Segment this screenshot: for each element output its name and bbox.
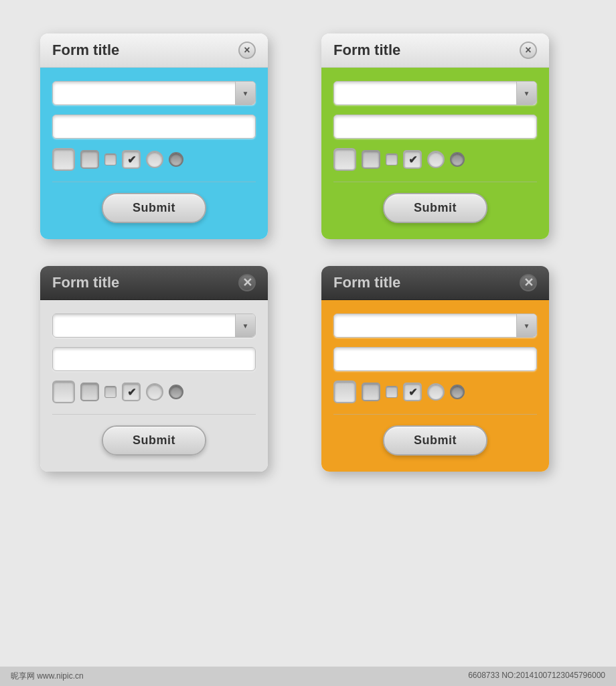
dropdown-arrow-orange[interactable]: ▼ (516, 314, 536, 337)
radio-filled-blue[interactable] (169, 152, 183, 167)
submit-button-gray[interactable]: Submit (102, 425, 206, 456)
form-header-gray: Form title ✕ (40, 266, 268, 300)
select-input-blue[interactable] (53, 84, 235, 102)
form-widget-orange: Form title ✕ ▼ ✔ (321, 266, 549, 472)
select-field-green[interactable]: ▼ (333, 81, 537, 105)
close-button-blue[interactable]: × (238, 42, 256, 59)
form-widget-blue: Form title × ▼ ✔ (40, 33, 268, 239)
controls-row-gray: ✔ (52, 381, 256, 403)
submit-button-blue[interactable]: Submit (102, 193, 206, 223)
select-input-gray[interactable] (53, 316, 235, 335)
text-field-orange[interactable] (333, 347, 537, 371)
dropdown-group-orange: ▼ (333, 314, 537, 338)
checkbox-large-gray[interactable] (52, 381, 75, 403)
text-group-blue (52, 115, 256, 139)
dropdown-group-gray: ▼ (52, 314, 256, 338)
watermark-site: 昵享网 www.nipic.cn (11, 671, 84, 682)
select-field-orange[interactable]: ▼ (333, 314, 537, 338)
dropdown-arrow-blue[interactable]: ▼ (235, 82, 255, 105)
close-button-orange[interactable]: ✕ (520, 274, 537, 291)
checkbox-large-green[interactable] (333, 148, 356, 171)
divider-gray (52, 414, 256, 415)
form-body-gray: ▼ ✔ Submit (40, 300, 268, 472)
form-title-green: Form title (333, 42, 400, 59)
divider-green (333, 182, 537, 182)
watermark-bar: 昵享网 www.nipic.cn 6608733 NO:201410071230… (0, 667, 616, 686)
watermark-code: 6608733 NO:20141007123045796000 (468, 671, 605, 682)
form-title-gray: Form title (52, 274, 119, 291)
text-field-blue[interactable] (52, 115, 256, 139)
submit-button-green[interactable]: Submit (383, 193, 487, 223)
checkbox-small-gray[interactable] (104, 386, 117, 398)
dropdown-arrow-gray[interactable]: ▼ (235, 314, 255, 337)
dropdown-arrow-green[interactable]: ▼ (516, 82, 536, 105)
checkbox-small-blue[interactable] (104, 153, 117, 165)
controls-row-blue: ✔ (52, 148, 256, 171)
form-body-blue: ▼ ✔ Submit (40, 68, 268, 239)
form-header-blue: Form title × (40, 33, 268, 68)
radio-filled-green[interactable] (450, 152, 465, 167)
checkbox-large-orange[interactable] (333, 381, 356, 403)
form-title-orange: Form title (333, 274, 400, 291)
text-group-orange (333, 347, 537, 371)
select-input-orange[interactable] (334, 316, 516, 335)
checkbox-small-green[interactable] (386, 153, 398, 165)
select-field-gray[interactable]: ▼ (52, 314, 256, 338)
form-widget-green: Form title × ▼ ✔ (321, 33, 549, 239)
radio-empty-orange[interactable] (427, 383, 445, 401)
checkbox-large-blue[interactable] (52, 148, 75, 171)
select-input-green[interactable] (334, 84, 516, 102)
divider-blue (52, 182, 256, 182)
divider-orange (333, 414, 537, 415)
close-button-green[interactable]: × (520, 42, 537, 59)
controls-row-green: ✔ (333, 148, 537, 171)
radio-filled-gray[interactable] (169, 385, 183, 399)
dropdown-group-green: ▼ (333, 81, 537, 105)
text-group-gray (52, 347, 256, 371)
controls-row-orange: ✔ (333, 381, 537, 403)
form-header-orange: Form title ✕ (321, 266, 549, 300)
text-group-green (333, 115, 537, 139)
close-button-gray[interactable]: ✕ (238, 274, 256, 291)
form-widget-gray: Form title ✕ ▼ ✔ (40, 266, 268, 472)
checkbox-checked-orange[interactable]: ✔ (403, 383, 422, 401)
checkbox-medium-orange[interactable] (362, 383, 380, 401)
checkbox-medium-green[interactable] (362, 150, 380, 169)
checkbox-small-orange[interactable] (386, 386, 398, 398)
checkbox-checked-green[interactable]: ✔ (403, 150, 422, 169)
checkbox-checked-blue[interactable]: ✔ (122, 150, 141, 169)
text-field-gray[interactable] (52, 347, 256, 371)
radio-empty-blue[interactable] (146, 151, 163, 168)
form-title-blue: Form title (52, 42, 119, 59)
dropdown-group-blue: ▼ (52, 81, 256, 105)
form-header-green: Form title × (321, 33, 549, 68)
select-field-blue[interactable]: ▼ (52, 81, 256, 105)
submit-button-orange[interactable]: Submit (383, 425, 487, 456)
radio-empty-gray[interactable] (146, 383, 163, 401)
checkbox-checked-gray[interactable]: ✔ (122, 383, 141, 401)
radio-filled-orange[interactable] (450, 385, 465, 399)
checkbox-medium-blue[interactable] (80, 150, 99, 169)
checkbox-medium-gray[interactable] (80, 383, 99, 401)
form-body-green: ▼ ✔ Submit (321, 68, 549, 239)
form-body-orange: ▼ ✔ Submit (321, 300, 549, 472)
radio-empty-green[interactable] (427, 151, 445, 168)
text-field-green[interactable] (333, 115, 537, 139)
